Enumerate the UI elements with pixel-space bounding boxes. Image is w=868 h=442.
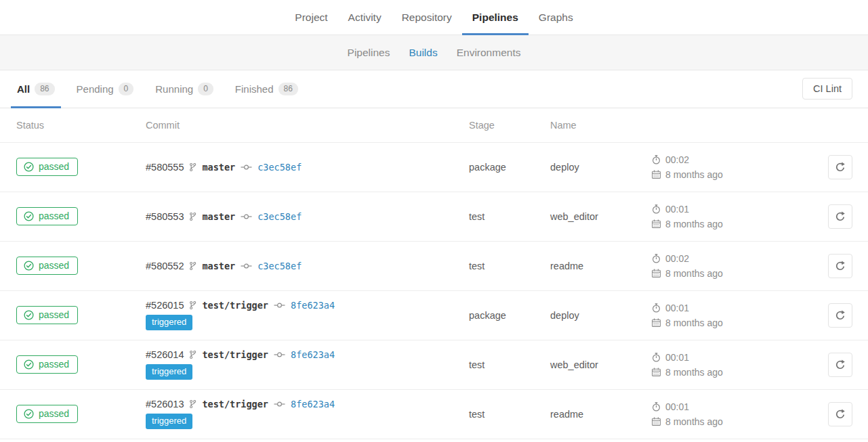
- duration-label: 00:01: [665, 352, 689, 363]
- commit-sha-link[interactable]: c3ec58ef: [257, 162, 302, 173]
- status-label: passed: [39, 408, 69, 419]
- build-id-link[interactable]: #526013: [146, 399, 184, 410]
- finished-at-label: 8 months ago: [665, 317, 723, 328]
- branch-ref-link[interactable]: master: [202, 162, 235, 173]
- retry-icon: [835, 310, 846, 321]
- tab-finished-label: Finished: [235, 83, 274, 95]
- stage-label: test: [469, 261, 484, 271]
- calendar-icon: [652, 318, 661, 327]
- finished-at-label: 8 months ago: [665, 367, 723, 378]
- commit-icon: [274, 351, 285, 358]
- finished-at-label: 8 months ago: [665, 169, 723, 180]
- status-badge[interactable]: passed: [16, 405, 78, 423]
- status-badge[interactable]: passed: [16, 158, 78, 176]
- status-badge[interactable]: passed: [16, 355, 78, 374]
- tab-finished[interactable]: Finished 86: [229, 70, 304, 108]
- tab-all-label: All: [17, 83, 30, 95]
- branch-ref-link[interactable]: test/trigger: [202, 349, 268, 360]
- tab-all-count-badge: 86: [35, 83, 54, 95]
- ci-lint-button[interactable]: CI Lint: [802, 78, 852, 100]
- build-finished-at: 8 months ago: [652, 219, 796, 229]
- tab-running[interactable]: Running 0: [149, 70, 220, 108]
- build-name-label: web_editor: [550, 211, 598, 222]
- build-duration: 00:02: [652, 154, 796, 165]
- build-finished-at: 8 months ago: [652, 169, 796, 180]
- pipelines-sub-nav: Pipelines Builds Environments: [0, 35, 868, 70]
- nav-item-repository[interactable]: Repository: [392, 0, 462, 35]
- calendar-icon: [652, 368, 661, 376]
- column-header-stage: Stage: [453, 108, 534, 142]
- triggered-badge: triggered: [146, 364, 192, 379]
- finished-at-label: 8 months ago: [665, 268, 723, 279]
- retry-build-button[interactable]: [828, 402, 852, 426]
- table-row: passed #580552 master c3ec58ef: [0, 241, 868, 290]
- build-name-label: readme: [550, 261, 583, 271]
- stage-label: test: [469, 359, 484, 370]
- branch-ref-link[interactable]: test/trigger: [202, 399, 268, 410]
- table-header-row: Status Commit Stage Name: [0, 108, 868, 142]
- retry-build-button[interactable]: [828, 303, 852, 328]
- commit-icon: [274, 401, 285, 407]
- build-duration: 00:01: [652, 303, 796, 313]
- branch-ref-link[interactable]: test/trigger: [202, 300, 268, 311]
- build-duration: 00:01: [652, 204, 796, 215]
- retry-build-button[interactable]: [828, 353, 852, 377]
- build-finished-at: 8 months ago: [652, 416, 796, 427]
- tab-pending[interactable]: Pending 0: [70, 70, 140, 108]
- tab-pending-label: Pending: [77, 83, 114, 95]
- stopwatch-icon: [652, 303, 661, 313]
- nav-item-project[interactable]: Project: [285, 0, 337, 35]
- build-tags: triggered: [146, 315, 447, 330]
- retry-icon: [835, 261, 846, 271]
- build-id-link[interactable]: #580555: [146, 162, 184, 173]
- commit-sha-link[interactable]: c3ec58ef: [257, 261, 302, 271]
- subnav-item-environments[interactable]: Environments: [447, 47, 531, 59]
- build-duration: 00:02: [652, 253, 796, 264]
- branch-ref-link[interactable]: master: [202, 261, 235, 271]
- branch-ref-link[interactable]: master: [202, 211, 235, 222]
- commit-info: #526013 test/trigger 8fe623a4: [146, 399, 447, 410]
- table-row: passed #580555 master c3ec58ef: [0, 142, 868, 192]
- status-badge[interactable]: passed: [16, 207, 78, 225]
- subnav-item-pipelines[interactable]: Pipelines: [338, 47, 400, 59]
- nav-item-pipelines[interactable]: Pipelines: [462, 0, 529, 35]
- build-id-link[interactable]: #526014: [146, 349, 184, 360]
- stopwatch-icon: [652, 155, 661, 164]
- check-circle-icon: [24, 261, 34, 271]
- build-name-label: deploy: [550, 310, 579, 321]
- build-tags: triggered: [146, 364, 447, 379]
- status-badge[interactable]: passed: [16, 306, 78, 324]
- subnav-item-builds[interactable]: Builds: [399, 47, 447, 59]
- build-id-link[interactable]: #580552: [146, 261, 184, 271]
- column-header-actions: [802, 108, 868, 142]
- commit-sha-link[interactable]: 8fe623a4: [291, 349, 335, 360]
- status-label: passed: [39, 309, 69, 320]
- calendar-icon: [652, 219, 661, 228]
- retry-build-button[interactable]: [828, 155, 852, 179]
- project-nav: Project Activity Repository Pipelines Gr…: [0, 0, 868, 35]
- commit-sha-link[interactable]: 8fe623a4: [291, 300, 335, 311]
- nav-item-graphs[interactable]: Graphs: [529, 0, 583, 35]
- commit-sha-link[interactable]: c3ec58ef: [257, 211, 302, 222]
- build-id-link[interactable]: #526015: [146, 300, 184, 311]
- status-label: passed: [39, 161, 69, 172]
- build-finished-at: 8 months ago: [652, 268, 796, 279]
- nav-item-activity[interactable]: Activity: [338, 0, 392, 35]
- tab-all[interactable]: All 86: [11, 70, 61, 108]
- commit-info: #526014 test/trigger 8fe623a4: [146, 349, 447, 360]
- retry-build-button[interactable]: [828, 204, 852, 229]
- check-circle-icon: [24, 211, 34, 221]
- status-badge[interactable]: passed: [16, 257, 78, 275]
- calendar-icon: [652, 170, 661, 179]
- status-label: passed: [39, 359, 69, 370]
- build-id-link[interactable]: #580553: [146, 211, 184, 222]
- builds-scope-tabs: All 86 Pending 0 Running 0 Finished 86 C…: [0, 70, 868, 108]
- build-finished-at: 8 months ago: [652, 367, 796, 378]
- retry-build-button[interactable]: [828, 254, 852, 278]
- duration-label: 00:02: [665, 253, 689, 264]
- table-row: passed #526015 test/trigger 8fe623a4: [0, 290, 868, 340]
- commit-sha-link[interactable]: 8fe623a4: [291, 399, 335, 410]
- stage-label: test: [469, 211, 484, 222]
- calendar-icon: [652, 417, 661, 426]
- retry-icon: [835, 211, 846, 222]
